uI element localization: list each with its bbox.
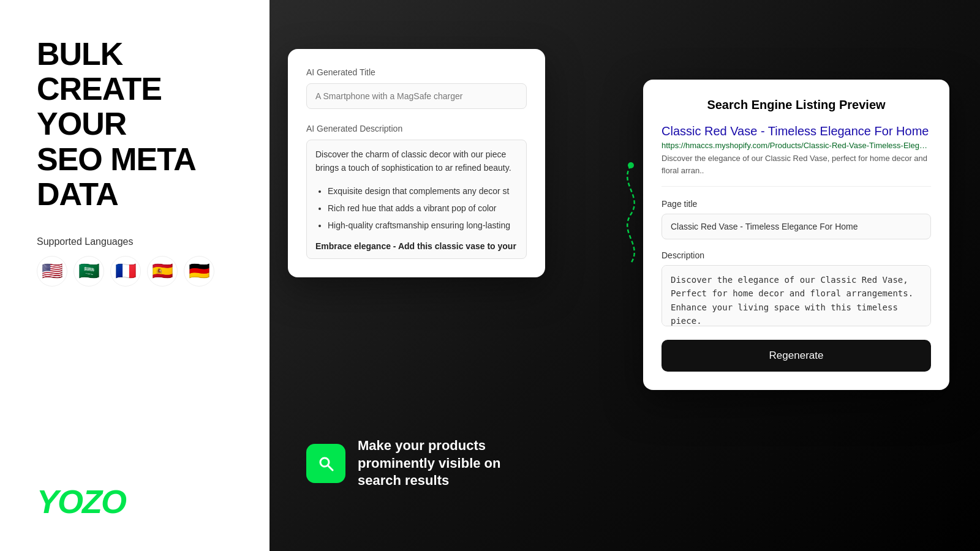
bottom-callout: Make your products prominently visible o… [306, 437, 505, 490]
page-title-input[interactable] [662, 214, 931, 239]
description-textarea[interactable] [662, 265, 931, 326]
cta-text: Embrace elegance - Add this classic vase… [315, 241, 518, 251]
bullet-3: High-quality craftsmanship ensuring long… [328, 217, 518, 234]
ai-form-card: AI Generated Title AI Generated Descript… [288, 49, 545, 277]
svg-line-2 [328, 465, 333, 470]
supported-languages-label: Supported Languages [37, 236, 239, 247]
ai-bullets: Exquisite design that complements any de… [315, 182, 518, 234]
flags-container: 🇺🇸 🇸🇦 🇫🇷 🇪🇸 🇩🇪 [37, 256, 239, 287]
svg-point-0 [628, 162, 634, 168]
ai-description-area: Discover the charm of classic decor with… [306, 140, 527, 259]
bullet-2: Rich red hue that adds a vibrant pop of … [328, 200, 518, 217]
ai-title-input[interactable] [306, 83, 527, 109]
flag-de: 🇩🇪 [184, 256, 214, 287]
hero-title: BULK CREATE YOUR SEO META DATA [37, 37, 239, 212]
hero-line1: BULK [37, 36, 123, 72]
seo-preview-card: Search Engine Listing Preview Classic Re… [643, 80, 949, 390]
brand-logo: YOZO [37, 482, 239, 520]
page-title-label: Page title [662, 199, 931, 209]
ai-title-label: AI Generated Title [306, 67, 527, 77]
search-icon-box [306, 444, 345, 483]
hero-line3: SEO META DATA [37, 141, 195, 212]
flag-es: 🇪🇸 [147, 256, 178, 287]
search-icon [316, 454, 336, 473]
bullet-1: Exquisite design that complements any de… [328, 182, 518, 200]
serp-url: https://hmaccs.myshopify.com/Products/Cl… [662, 141, 931, 150]
ai-description-label: AI Generated Description [306, 124, 527, 133]
flag-fr: 🇫🇷 [110, 256, 141, 287]
seo-preview-title: Search Engine Listing Preview [662, 98, 931, 112]
serp-preview: Classic Red Vase - Timeless Elegance For… [662, 124, 931, 187]
callout-text: Make your products prominently visible o… [358, 437, 505, 490]
left-panel: BULK CREATE YOUR SEO META DATA Supported… [0, 0, 270, 551]
ai-description-text: Discover the charm of classic decor with… [315, 148, 518, 175]
flag-sa: 🇸🇦 [74, 256, 104, 287]
flag-us: 🇺🇸 [37, 256, 67, 287]
right-panel: AI Generated Title AI Generated Descript… [270, 0, 980, 551]
description-label: Description [662, 250, 931, 260]
serp-description: Discover the elegance of our Classic Red… [662, 152, 931, 176]
serp-title[interactable]: Classic Red Vase - Timeless Elegance For… [662, 124, 931, 138]
hero-line2: CREATE YOUR [37, 71, 162, 141]
regenerate-button[interactable]: Regenerate [662, 340, 931, 372]
supported-languages-section: Supported Languages 🇺🇸 🇸🇦 🇫🇷 🇪🇸 🇩🇪 [37, 236, 239, 287]
